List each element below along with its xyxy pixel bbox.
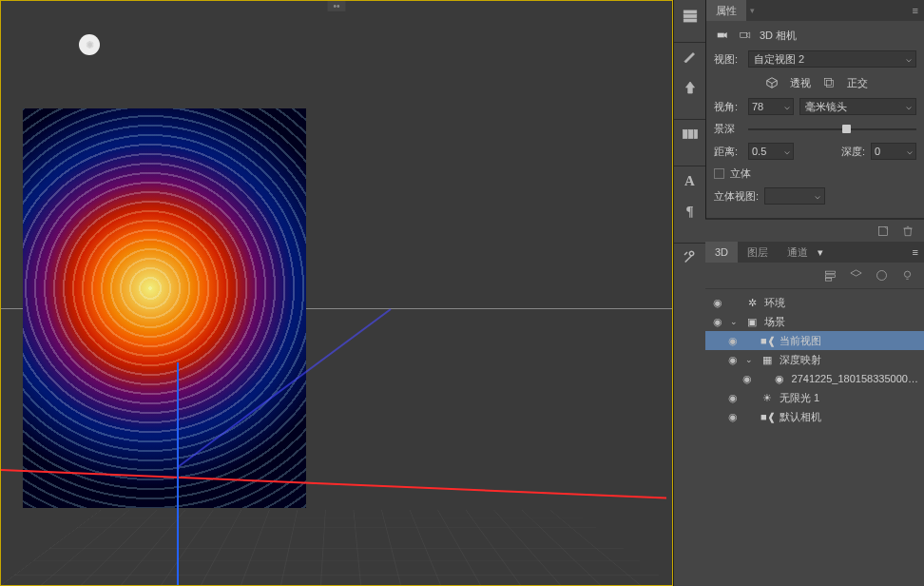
svg-rect-9 (718, 33, 724, 38)
tab2-overflow-icon[interactable]: ▾ (818, 246, 823, 259)
filter-material-icon[interactable] (875, 268, 889, 283)
ortho-cube-icon[interactable] (820, 74, 837, 91)
trash-icon[interactable] (901, 225, 914, 238)
tree-node[interactable]: ◉⌄▣场景 (705, 312, 924, 331)
tree-node[interactable]: ◉⌄▦深度映射 (705, 350, 924, 369)
distance-input[interactable]: 0.5 (748, 143, 794, 160)
properties-header: 3D 相机 (714, 27, 916, 44)
svg-rect-5 (683, 19, 697, 22)
dof-slider[interactable] (748, 123, 916, 136)
node-label: 默认相机 (780, 410, 821, 424)
3d-scene-tree[interactable]: ◉✲环境◉⌄▣场景◉■❰当前视图◉⌄▦深度映射◉◉2741225_1801583… (705, 289, 924, 586)
node-type-icon: ▣ (745, 316, 759, 328)
visibility-eye-icon[interactable]: ◉ (726, 354, 740, 366)
perspective-label[interactable]: 透视 (790, 76, 811, 90)
disclosure-icon[interactable]: ⌄ (745, 355, 755, 364)
node-label: 深度映射 (780, 353, 821, 367)
dof-label: 景深 (714, 122, 742, 136)
properties-footer-bar (705, 219, 924, 242)
visibility-eye-icon[interactable]: ◉ (741, 373, 754, 385)
node-label: 无限光 1 (780, 391, 819, 405)
node-type-icon: ◉ (774, 373, 786, 385)
svg-rect-7 (688, 130, 693, 139)
brush-tool-icon[interactable] (682, 49, 699, 66)
svg-rect-10 (741, 33, 747, 38)
filter-scene-icon[interactable] (823, 268, 837, 283)
visibility-eye-icon[interactable]: ◉ (711, 316, 724, 328)
svg-rect-14 (826, 271, 836, 274)
panel-icon-1[interactable] (682, 8, 699, 25)
visibility-eye-icon[interactable]: ◉ (726, 392, 740, 404)
node-type-icon: ✲ (745, 297, 759, 309)
node-type-icon: ■❰ (760, 335, 774, 347)
node-type-icon: ■❰ (760, 411, 774, 423)
tree-node[interactable]: ◉✲环境 (705, 293, 924, 312)
stereo-label: 立体 (730, 166, 751, 181)
svg-rect-12 (826, 81, 833, 88)
node-label: 2741225_180158335000_2 ... (792, 373, 918, 384)
disclosure-icon[interactable]: ⌄ (730, 317, 740, 326)
view-label: 视图: (714, 52, 742, 67)
3d-panel-tabs: 3D 图层 通道 ▾ ≡ (705, 242, 924, 263)
svg-rect-8 (694, 130, 697, 139)
dof-slider-knob[interactable] (842, 125, 851, 133)
tools-icon[interactable] (682, 249, 699, 266)
infinite-light-gizmo[interactable]: ✺ (79, 34, 100, 55)
node-label: 环境 (764, 296, 785, 310)
svg-rect-6 (683, 130, 687, 139)
svg-rect-3 (683, 10, 697, 13)
svg-point-18 (904, 271, 910, 277)
tab-layers[interactable]: 图层 (738, 242, 778, 263)
lens-unit-select[interactable]: 毫米镜头 (799, 98, 916, 115)
camera-icon (714, 27, 731, 44)
node-label: 场景 (764, 315, 785, 329)
tree-node[interactable]: ◉■❰当前视图 (705, 331, 924, 350)
panel-collapse-glyph[interactable]: •• (327, 1, 345, 11)
visibility-eye-icon[interactable]: ◉ (711, 297, 724, 309)
tree-node[interactable]: ◉☀无限光 1 (705, 388, 924, 407)
tab-channels[interactable]: 通道 (778, 242, 818, 263)
fov-input[interactable]: 78 (748, 98, 794, 115)
text-a-icon[interactable]: A (682, 172, 699, 189)
visibility-eye-icon[interactable]: ◉ (726, 411, 740, 423)
svg-rect-16 (826, 279, 832, 282)
stereo-view-select (764, 187, 825, 205)
visibility-eye-icon[interactable]: ◉ (726, 335, 740, 347)
canvas-3d-view[interactable]: •• ✺ (0, 0, 673, 586)
render-icon[interactable] (876, 225, 890, 238)
3d-filter-toolbar (705, 263, 924, 289)
fov-label: 视角: (714, 100, 742, 114)
stereo-view-label: 立体视图: (714, 189, 759, 204)
tree-node[interactable]: ◉◉2741225_180158335000_2 ... (705, 369, 924, 388)
tab-3d[interactable]: 3D (705, 242, 738, 263)
node-type-icon: ▦ (760, 354, 774, 366)
svg-rect-15 (826, 275, 836, 278)
properties-tab-bar: 属性 ▾ ≡ (706, 0, 924, 21)
clone-stamp-icon[interactable] (682, 79, 699, 96)
depth-map-plane[interactable] (23, 108, 306, 508)
depth-label: 深度: (841, 145, 865, 159)
panel3d-menu-icon[interactable]: ≡ (907, 246, 924, 258)
filter-light-icon[interactable] (900, 268, 914, 283)
node-label: 当前视图 (780, 334, 821, 348)
svg-point-17 (877, 271, 887, 281)
properties-title: 3D 相机 (760, 29, 797, 43)
svg-rect-11 (824, 78, 831, 85)
panel-menu-icon[interactable]: ≡ (907, 5, 924, 16)
view-select[interactable]: 自定视图 2 (748, 50, 916, 68)
vertical-toolbar: A ¶ (673, 0, 705, 586)
stereo-checkbox[interactable] (714, 168, 724, 179)
tab-overflow-icon[interactable]: ▾ (750, 6, 755, 15)
perspective-cube-icon[interactable] (763, 74, 780, 91)
arrange-icon[interactable] (682, 126, 699, 143)
node-type-icon: ☀ (760, 392, 774, 404)
orthographic-label[interactable]: 正交 (847, 76, 868, 90)
tree-node[interactable]: ◉■❰默认相机 (705, 407, 924, 426)
tab-properties[interactable]: 属性 (706, 0, 746, 21)
depth-input[interactable]: 0 (871, 143, 916, 160)
filter-mesh-icon[interactable] (849, 268, 863, 283)
distance-label: 距离: (714, 145, 742, 159)
ground-grid (1, 510, 672, 585)
svg-rect-4 (683, 15, 697, 18)
paragraph-icon[interactable]: ¶ (682, 203, 699, 220)
